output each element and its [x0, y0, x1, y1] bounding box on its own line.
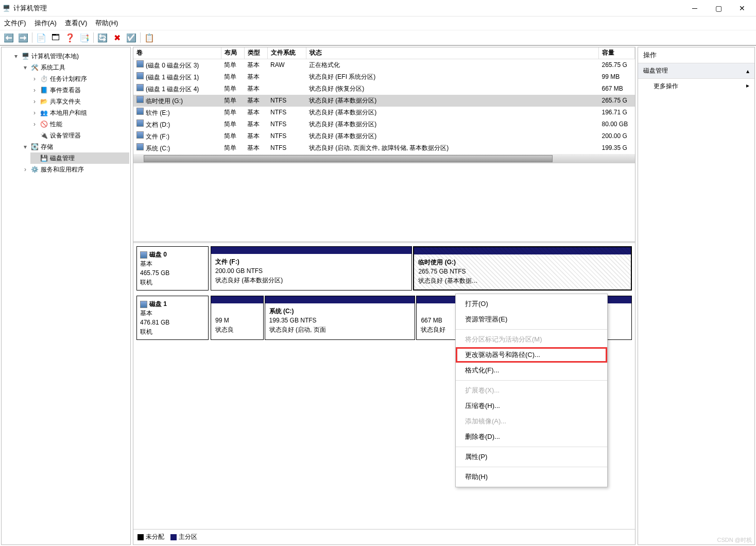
volume-icon: [136, 108, 144, 115]
disk: 磁盘 0基本465.75 GB联机文件 (F:)200.00 GB NTFS状态…: [136, 246, 632, 291]
services-icon: ⚙️: [30, 165, 39, 174]
disk-info[interactable]: 磁盘 0基本465.75 GB联机: [136, 246, 209, 291]
ctx-extend: 扩展卷(X)...: [456, 383, 607, 398]
ctx-change-letter[interactable]: 更改驱动器号和路径(C)...: [456, 347, 607, 363]
volume-row[interactable]: (磁盘 1 磁盘分区 4)简单基本状态良好 (恢复分区)667 MB: [133, 83, 635, 95]
diskmgmt-icon: 💾: [40, 154, 48, 162]
partition[interactable]: 系统 (C:)199.35 GB NTFS状态良好 (启动, 页面: [265, 296, 416, 340]
minimize-button[interactable]: ─: [683, 0, 707, 16]
legend-unallocated-swatch: [138, 534, 144, 540]
volume-row[interactable]: 文件 (F:)简单基本NTFS状态良好 (基本数据分区)200.00 G: [133, 130, 635, 142]
col-volume[interactable]: 卷: [133, 47, 221, 59]
disk-info[interactable]: 磁盘 1基本476.81 GB联机: [136, 296, 209, 340]
close-button[interactable]: ✕: [730, 0, 754, 16]
ctx-explorer[interactable]: 资源管理器(E): [456, 312, 607, 327]
app-icon: 🖥️: [2, 4, 10, 12]
menu-action[interactable]: 操作(A): [35, 19, 57, 28]
devmgr-icon: 🔌: [40, 131, 48, 140]
tools-icon: 🛠️: [30, 63, 39, 72]
ctx-mark-active: 将分区标记为活动分区(M): [456, 332, 607, 347]
remove-button[interactable]: ✖: [110, 31, 124, 44]
tree-device-manager[interactable]: 设备管理器: [50, 130, 81, 141]
properties-button[interactable]: 🗔: [49, 31, 62, 44]
shared-icon: 📂: [40, 97, 48, 106]
ctx-properties[interactable]: 属性(P): [456, 449, 607, 465]
users-icon: 👥: [40, 109, 48, 117]
volume-icon: [136, 120, 144, 127]
view-list-button[interactable]: 📋: [143, 31, 156, 44]
col-layout[interactable]: 布局: [221, 47, 244, 59]
tree-storage[interactable]: ▾💽存储 💾磁盘管理: [21, 141, 129, 164]
ctx-shrink[interactable]: 压缩卷(H)...: [456, 398, 607, 414]
ctx-help[interactable]: 帮助(H): [456, 469, 607, 485]
actions-panel: 操作 磁盘管理 ▴ 更多操作 ▸: [638, 47, 755, 545]
ctx-add-mirror: 添加镜像(A)...: [456, 414, 607, 429]
action-pane-button[interactable]: 📑: [78, 31, 91, 44]
volume-row[interactable]: 软件 (E:)简单基本NTFS状态良好 (基本数据分区)196.71 G: [133, 107, 635, 118]
menu-file[interactable]: 文件(F): [4, 19, 26, 28]
volume-icon: [136, 96, 144, 103]
partition[interactable]: 99 M状态良: [211, 296, 264, 340]
tree-local-users[interactable]: 本地用户和组: [50, 107, 87, 118]
tree-shared-folders[interactable]: 共享文件夹: [50, 96, 81, 107]
legend: 未分配 主分区: [133, 529, 635, 544]
workspace: ▾🖥️计算机管理(本地) ▾🛠️系统工具 ›⏱️任务计划程序 ›📘事件查看器 ›…: [0, 45, 756, 546]
help-toolbar-button[interactable]: ❓: [63, 31, 77, 44]
actions-more[interactable]: 更多操作 ▸: [638, 79, 754, 94]
partition[interactable]: 临时使用 (G:)265.75 GB NTFS状态良好 (基本数据…: [413, 246, 632, 291]
computer-icon: 🖥️: [21, 52, 29, 60]
tree-event-viewer[interactable]: 事件查看器: [50, 84, 81, 96]
menu-bar: 文件(F) 操作(A) 查看(V) 帮助(H): [0, 16, 756, 30]
maximize-button[interactable]: ▢: [707, 0, 730, 16]
volume-icon: [136, 84, 144, 91]
col-status[interactable]: 状态: [306, 47, 599, 59]
chevron-right-icon: ▸: [746, 82, 749, 89]
volume-row[interactable]: 文档 (D:)简单基本NTFS状态良好 (基本数据分区)80.00 GB: [133, 118, 635, 130]
back-button[interactable]: ⬅️: [2, 31, 15, 44]
tree-disk-management[interactable]: 磁盘管理: [50, 152, 75, 164]
window-title: 计算机管理: [13, 4, 683, 13]
volume-icon: [136, 143, 144, 150]
volume-row[interactable]: (磁盘 0 磁盘分区 3)简单基本RAW正在格式化265.75 G: [133, 59, 635, 71]
col-fs[interactable]: 文件系统: [267, 47, 306, 59]
ctx-open[interactable]: 打开(O): [456, 296, 607, 312]
console-tree[interactable]: ▾🖥️计算机管理(本地) ▾🛠️系统工具 ›⏱️任务计划程序 ›📘事件查看器 ›…: [1, 47, 131, 545]
perf-icon: 🚫: [40, 120, 48, 128]
menu-help[interactable]: 帮助(H): [95, 19, 118, 28]
refresh-button[interactable]: 🔄: [96, 31, 109, 44]
horizontal-scrollbar[interactable]: [133, 154, 635, 163]
volume-icon: [136, 60, 144, 67]
volume-icon: [136, 131, 144, 139]
col-capacity[interactable]: 容量: [599, 47, 635, 59]
tree-performance[interactable]: 性能: [50, 118, 62, 130]
ctx-delete[interactable]: 删除卷(D)...: [456, 429, 607, 445]
storage-icon: 💽: [30, 143, 39, 151]
tree-task-scheduler[interactable]: 任务计划程序: [50, 73, 87, 84]
actions-section[interactable]: 磁盘管理 ▴: [638, 63, 754, 79]
watermark: CSDN @时栈: [717, 536, 752, 544]
event-icon: 📘: [40, 86, 48, 94]
scheduler-icon: ⏱️: [40, 75, 48, 83]
col-type[interactable]: 类型: [244, 47, 267, 59]
volume-row[interactable]: 系统 (C:)简单基本NTFS状态良好 (启动, 页面文件, 故障转储, 基本数…: [133, 142, 635, 154]
tree-systemtools[interactable]: ▾🛠️系统工具 ›⏱️任务计划程序 ›📘事件查看器 ›📂共享文件夹 ›👥本地用户…: [21, 62, 129, 141]
menu-view[interactable]: 查看(V): [65, 19, 87, 28]
collapse-icon: ▴: [746, 67, 749, 75]
partition[interactable]: 文件 (F:)200.00 GB NTFS状态良好 (基本数据分区): [211, 246, 412, 291]
volume-list[interactable]: 卷 布局 类型 文件系统 状态 容量 (磁盘 0 磁盘分区 3)简单基本RAW正…: [133, 47, 635, 154]
tree-root[interactable]: ▾🖥️计算机管理(本地) ▾🛠️系统工具 ›⏱️任务计划程序 ›📘事件查看器 ›…: [12, 50, 129, 175]
legend-primary-swatch: [170, 534, 177, 540]
volume-row[interactable]: 临时使用 (G:)简单基本NTFS状态良好 (基本数据分区)265.75 G: [133, 95, 635, 107]
ctx-format[interactable]: 格式化(F)...: [456, 363, 607, 378]
settings-button[interactable]: ☑️: [125, 31, 138, 44]
volume-icon: [136, 72, 144, 79]
legend-unallocated-label: 未分配: [146, 533, 164, 540]
title-bar: 🖥️ 计算机管理 ─ ▢ ✕: [0, 0, 756, 16]
legend-primary-label: 主分区: [179, 533, 197, 540]
actions-header: 操作: [638, 47, 754, 63]
volume-row[interactable]: (磁盘 1 磁盘分区 1)简单基本状态良好 (EFI 系统分区)99 MB: [133, 71, 635, 83]
tree-services-apps[interactable]: 服务和应用程序: [41, 164, 84, 175]
context-menu: 打开(O) 资源管理器(E) 将分区标记为活动分区(M) 更改驱动器号和路径(C…: [455, 294, 608, 487]
forward-button[interactable]: ➡️: [16, 31, 30, 44]
show-console-tree-button[interactable]: 📄: [35, 31, 48, 44]
